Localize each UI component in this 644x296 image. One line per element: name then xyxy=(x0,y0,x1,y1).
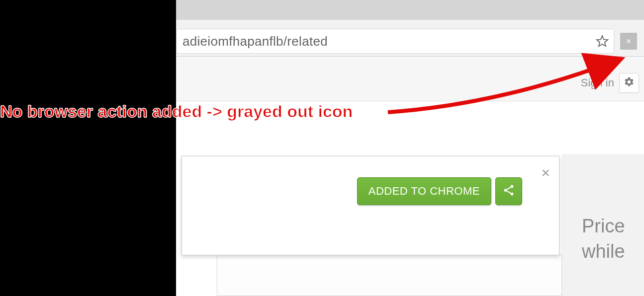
extension-grayed-icon[interactable]: × xyxy=(620,33,637,50)
url-text: adieiomfhapanflb/related xyxy=(183,34,591,49)
extension-popup: × ADDED TO CHROME xyxy=(182,156,559,255)
address-bar[interactable]: adieiomfhapanflb/related xyxy=(176,29,614,54)
viewport: adieiomfhapanflb/related × Sign in Price… xyxy=(0,0,644,296)
svg-point-2 xyxy=(511,193,514,196)
bookmark-star-icon[interactable] xyxy=(595,34,610,49)
svg-point-1 xyxy=(504,189,507,192)
signin-row: Sign in xyxy=(581,70,644,96)
close-icon: × xyxy=(541,164,550,181)
settings-button[interactable] xyxy=(619,73,639,93)
share-button[interactable] xyxy=(495,177,522,205)
signin-link[interactable]: Sign in xyxy=(581,76,614,89)
side-text-line2: while xyxy=(582,239,644,264)
annotation-text: No browser action added -> grayed out ic… xyxy=(0,102,353,121)
side-panel: Price while xyxy=(562,154,644,296)
related-panel xyxy=(217,254,562,296)
gear-icon xyxy=(624,76,635,89)
close-icon: × xyxy=(626,37,632,46)
added-to-chrome-button[interactable]: ADDED TO CHROME xyxy=(357,177,491,205)
svg-point-0 xyxy=(511,185,514,188)
popup-buttons: ADDED TO CHROME xyxy=(357,177,522,205)
popup-close-button[interactable]: × xyxy=(541,165,550,180)
redacted-region xyxy=(0,0,176,296)
share-icon xyxy=(502,184,515,199)
side-text-line1: Price xyxy=(582,214,644,239)
